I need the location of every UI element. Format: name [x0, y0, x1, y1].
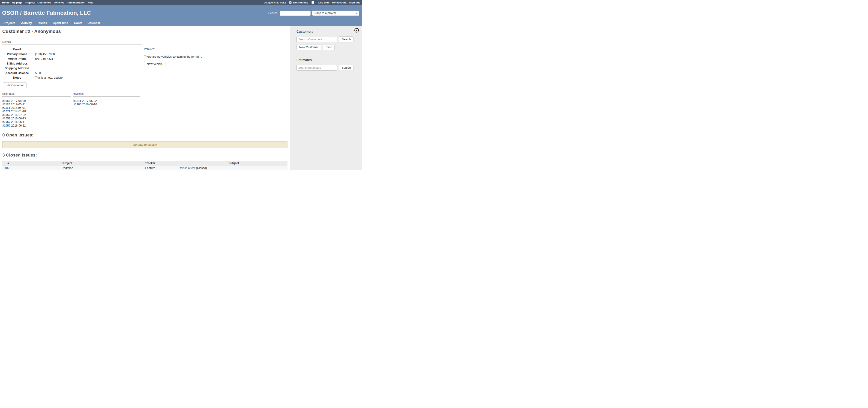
- estimate-date: 2017-05-01: [11, 106, 26, 109]
- detail-row-primary-phone: Primary Phone (123) 456-7890: [2, 52, 78, 57]
- estimate-link[interactable]: #1158: [2, 99, 10, 103]
- timer-status[interactable]: Not running: [293, 1, 308, 4]
- table-row: 182 Redmine Feature this is a test (Clos…: [2, 166, 287, 170]
- search-estimates-input[interactable]: [297, 65, 337, 71]
- detail-row-account-balance: Account Balance $0.0: [2, 71, 78, 76]
- log-time-link[interactable]: Log time: [318, 1, 330, 4]
- detail-value: $0.0: [32, 71, 78, 76]
- estimates-list: #1158 2017-08-09 #1126 2017-05-31 #1114 …: [2, 99, 71, 128]
- issue-subject-link[interactable]: this is a test: [180, 166, 195, 170]
- list-item: #1126 2017-05-31: [2, 103, 71, 106]
- detail-value: (98) 765-4321: [32, 57, 78, 61]
- menu-help[interactable]: Help: [88, 1, 93, 4]
- detail-label: Notes: [2, 75, 32, 80]
- list-item: #1059 2016-07-22: [2, 113, 71, 117]
- menu-projects[interactable]: Projects: [25, 1, 35, 4]
- detail-value: This is a note, update: [32, 75, 78, 80]
- close-icon[interactable]: ×: [354, 28, 359, 33]
- top-menu-right: Logged in as ricky Not running Log time …: [264, 1, 360, 4]
- main-content: Customer #2 - Anonymous Details: Email P…: [0, 26, 290, 170]
- estimate-link[interactable]: #1050: [2, 124, 10, 127]
- top-menu: Home My page Projects Customers Vehicles…: [2, 1, 93, 4]
- page-title: Customer #2 - Anonymous: [2, 29, 287, 34]
- invoice-date: 2016-08-10: [82, 103, 97, 106]
- sidebar-customers-heading: Customers: [297, 30, 362, 33]
- estimate-date: 2017-08-09: [11, 99, 26, 103]
- issue-status-suffix: (Closed): [195, 166, 207, 170]
- estimate-link[interactable]: #1114: [2, 106, 10, 109]
- menu-administration[interactable]: Administration: [66, 1, 85, 4]
- logged-in-prefix: Logged in as: [264, 1, 279, 4]
- new-vehicle-button[interactable]: New Vehicle: [144, 61, 165, 67]
- estimate-date: 2016-06-11: [11, 120, 26, 124]
- menu-home[interactable]: Home: [2, 1, 9, 4]
- estimate-link[interactable]: #1053: [2, 117, 10, 120]
- column-header-subject: Subject: [180, 161, 287, 166]
- new-customer-button[interactable]: New Customer: [297, 44, 321, 50]
- column-header-project: Project: [14, 161, 120, 166]
- open-issues-heading: 0 Open Issues:: [2, 133, 287, 138]
- invoice-link[interactable]: #1811: [73, 99, 81, 103]
- estimates-section: Estimates: #1158 2017-08-09 #1126 2017-0…: [2, 92, 71, 128]
- estimate-date: 2016-06-13: [11, 117, 26, 120]
- tab-calendar[interactable]: Calendar: [88, 21, 100, 25]
- issue-project: Redmine: [62, 166, 73, 170]
- sidebar: × Customers Search New Customer Sync Est…: [290, 26, 362, 170]
- estimate-link[interactable]: #1126: [2, 103, 10, 106]
- list-item: #1050 2016-06-11: [2, 124, 71, 128]
- site-title: OSOR / Barrette Fabrication, LLC: [2, 10, 91, 16]
- search-label: Search:: [268, 11, 278, 15]
- closed-issues-table: # Project Tracker Subject 182 Redmine Fe…: [2, 161, 287, 170]
- column-header-tracker: Tracker: [120, 161, 180, 166]
- estimate-link[interactable]: #1052: [2, 120, 10, 124]
- estimate-date: 2017-01-18: [11, 110, 26, 113]
- detail-row-notes: Notes This is a note, update: [2, 75, 78, 80]
- detail-row-shipping-address: Shipping Address: [2, 66, 78, 71]
- project-jump-select[interactable]: Jump to a project...: [312, 10, 359, 16]
- estimate-link[interactable]: #1059: [2, 113, 10, 116]
- issue-id-link[interactable]: 182: [5, 166, 9, 170]
- tab-projects[interactable]: Projects: [3, 21, 15, 25]
- detail-value: (123) 456-7890: [32, 52, 78, 57]
- detail-value: [32, 47, 78, 52]
- no-data-banner: No data to display: [2, 141, 287, 148]
- tab-issues[interactable]: Issues: [38, 21, 47, 25]
- list-item: #1114 2017-05-01: [2, 106, 71, 110]
- detail-row-mobile-phone: Mobile Phone (98) 765-4321: [2, 57, 78, 61]
- customer-details-table: Email Primary Phone (123) 456-7890 Mobil…: [2, 47, 78, 80]
- menu-vehicles[interactable]: Vehicles: [54, 1, 64, 4]
- logged-in-text: Logged in as ricky: [264, 1, 286, 4]
- menu-my-page[interactable]: My page: [12, 1, 22, 4]
- my-account-link[interactable]: My account: [332, 1, 346, 4]
- tab-activity[interactable]: Activity: [21, 21, 32, 25]
- list-item: #1053 2016-06-13: [2, 117, 71, 120]
- tab-spent-time[interactable]: Spent time: [53, 21, 68, 25]
- page-header: OSOR / Barrette Fabrication, LLC Search:…: [0, 5, 362, 26]
- vehicles-section-label: Vehicles:: [144, 47, 287, 52]
- search-customers-button[interactable]: Search: [339, 36, 354, 42]
- logged-in-username: ricky: [280, 1, 286, 4]
- detail-value: [32, 66, 78, 71]
- header-search-input[interactable]: [280, 11, 311, 16]
- search-estimates-button[interactable]: Search: [339, 65, 354, 71]
- invoices-section: Invoices: #1811 2017-06-02 #1285 2016-08…: [73, 92, 140, 128]
- list-icon[interactable]: [311, 1, 314, 4]
- estimate-date: 2017-05-31: [11, 103, 26, 106]
- list-item: #1158 2017-08-09: [2, 99, 71, 103]
- list-item: #1052 2016-06-11: [2, 120, 71, 124]
- edit-customer-button[interactable]: Edit Customer: [3, 82, 27, 88]
- estimate-date: 2016-06-11: [11, 124, 26, 127]
- search-customers-input[interactable]: [297, 37, 337, 42]
- column-header-id: #: [2, 161, 14, 166]
- menu-customers[interactable]: Customers: [37, 1, 51, 4]
- invoice-link[interactable]: #1285: [73, 103, 82, 106]
- details-section-label: Details:: [2, 40, 142, 45]
- sync-button[interactable]: Sync: [323, 44, 335, 50]
- sidebar-estimates-heading: Estimates: [297, 58, 362, 62]
- estimate-link[interactable]: #1079: [2, 110, 10, 113]
- vehicles-empty-message: There are no vehicles containing the ter…: [144, 55, 287, 58]
- customer-details-column: Details: Email Primary Phone (123) 456-7…: [2, 40, 142, 128]
- sign-out-link[interactable]: Sign out: [349, 1, 360, 4]
- list-item: #1079 2017-01-18: [2, 110, 71, 113]
- tab-gantt[interactable]: Gantt: [74, 21, 82, 25]
